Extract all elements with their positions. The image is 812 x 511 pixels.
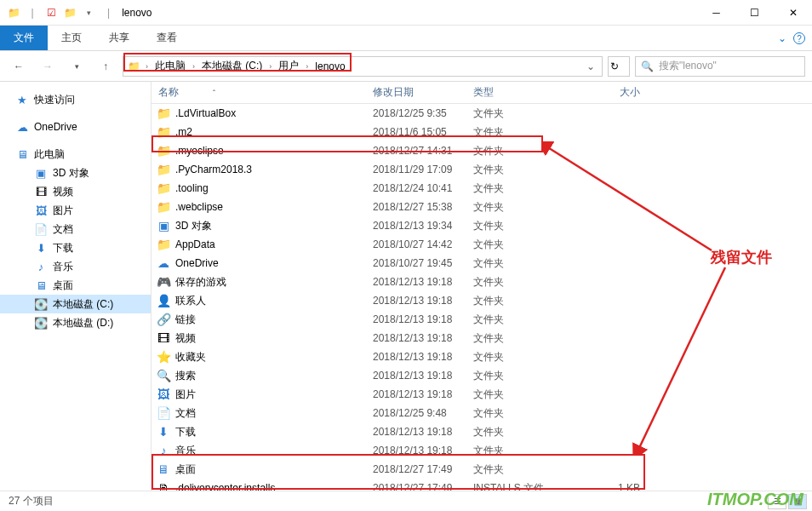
file-date: 2018/12/13 19:18 bbox=[373, 370, 473, 382]
file-row[interactable]: 📁.PyCharm2018.32018/11/29 17:09文件夹 bbox=[152, 160, 812, 179]
file-type: 文件夹 bbox=[473, 144, 579, 158]
new-folder-icon[interactable]: 📁 bbox=[61, 4, 78, 21]
sidebar-music[interactable]: ♪音乐 bbox=[0, 257, 151, 276]
sidebar-downloads[interactable]: ⬇下载 bbox=[0, 238, 151, 257]
file-row[interactable]: ⬇下载2018/12/13 19:18文件夹 bbox=[152, 422, 812, 441]
file-size: 1 KB bbox=[579, 482, 647, 491]
file-date: 2018/10/27 19:45 bbox=[373, 257, 473, 269]
tab-share[interactable]: 共享 bbox=[95, 26, 143, 50]
forward-button[interactable]: → bbox=[36, 55, 60, 78]
sidebar-3d-objects[interactable]: ▣3D 对象 bbox=[0, 164, 151, 182]
column-name[interactable]: 名称ˆ bbox=[155, 85, 373, 100]
file-row[interactable]: 🎞视频2018/12/13 19:18文件夹 bbox=[152, 329, 812, 347]
file-row[interactable]: 📁AppData2018/10/27 14:42文件夹 bbox=[152, 235, 812, 254]
breadcrumb-segment[interactable]: lenovo bbox=[310, 57, 350, 76]
tab-file[interactable]: 文件 bbox=[0, 26, 48, 50]
search-input[interactable]: 🔍 搜索"lenovo" bbox=[635, 56, 805, 77]
file-name: 链接 bbox=[172, 313, 373, 327]
file-row[interactable]: ☁OneDrive2018/10/27 19:45文件夹 bbox=[152, 254, 812, 273]
help-icon[interactable]: ? bbox=[793, 32, 805, 44]
sidebar-videos[interactable]: 🎞视频 bbox=[0, 182, 151, 201]
tab-view[interactable]: 查看 bbox=[143, 26, 191, 50]
file-row[interactable]: 🔗链接2018/12/13 19:18文件夹 bbox=[152, 310, 812, 329]
file-row[interactable]: 📁.myeclipse2018/12/27 14:31文件夹 bbox=[152, 141, 812, 160]
sidebar-desktop[interactable]: 🖥桌面 bbox=[0, 276, 151, 295]
file-name: .LdVirtualBox bbox=[172, 107, 373, 119]
cube-icon: ▣ bbox=[34, 166, 48, 180]
column-size[interactable]: 大小 bbox=[579, 85, 647, 100]
sidebar-onedrive[interactable]: ☁OneDrive bbox=[0, 118, 151, 136]
maximize-button[interactable]: ☐ bbox=[735, 0, 774, 26]
file-type: 文件夹 bbox=[473, 106, 579, 121]
window-title: lenovo bbox=[122, 7, 697, 19]
ribbon-expand[interactable]: ⌄ ? bbox=[778, 26, 805, 51]
file-name: .myeclipse bbox=[172, 145, 373, 157]
file-row[interactable]: ▣3D 对象2018/12/13 19:34文件夹 bbox=[152, 216, 812, 235]
file-type: 文件夹 bbox=[473, 350, 579, 365]
titlebar: 📁 | ☑ 📁 ▾ | lenovo ─ ☐ ✕ bbox=[0, 0, 812, 26]
view-icons-button[interactable]: ▦ bbox=[788, 494, 807, 509]
file-name: OneDrive bbox=[172, 257, 373, 269]
file-row[interactable]: 📁.webclipse2018/12/27 15:38文件夹 bbox=[152, 198, 812, 216]
column-date[interactable]: 修改日期 bbox=[373, 85, 473, 100]
document-icon: 📄 bbox=[34, 222, 48, 236]
file-row[interactable]: 📄文档2018/12/25 9:48文件夹 bbox=[152, 404, 812, 422]
file-name: 收藏夹 bbox=[172, 350, 373, 365]
navbar: ← → ▾ ↑ 📁 › 此电脑 › 本地磁盘 (C:) › 用户 › lenov… bbox=[0, 51, 812, 82]
file-row[interactable]: 🖥桌面2018/12/27 17:49文件夹 bbox=[152, 460, 812, 479]
file-row[interactable]: 📁.m22018/11/6 15:05文件夹 bbox=[152, 123, 812, 141]
file-row[interactable]: 🖼图片2018/12/13 19:18文件夹 bbox=[152, 385, 812, 404]
sidebar-drive-d[interactable]: 💽本地磁盘 (D:) bbox=[0, 313, 151, 332]
column-type[interactable]: 类型 bbox=[473, 85, 579, 100]
chevron-icon[interactable]: › bbox=[267, 62, 273, 71]
recent-dropdown[interactable]: ▾ bbox=[65, 55, 89, 78]
chevron-icon[interactable]: › bbox=[144, 62, 150, 71]
file-row[interactable]: 📁.LdVirtualBox2018/12/25 9:35文件夹 bbox=[152, 104, 812, 123]
breadcrumb-segment[interactable]: 此电脑 bbox=[150, 57, 191, 76]
file-icon: ☁ bbox=[155, 256, 172, 271]
file-type: 文件夹 bbox=[473, 125, 579, 140]
refresh-button[interactable]: ↻ bbox=[608, 56, 630, 77]
sidebar-pictures[interactable]: 🖼图片 bbox=[0, 201, 151, 220]
tab-home[interactable]: 主页 bbox=[48, 26, 95, 50]
qat-dropdown-icon[interactable]: ▾ bbox=[80, 4, 97, 21]
minimize-button[interactable]: ─ bbox=[697, 0, 735, 26]
sidebar-quick-access[interactable]: ★快速访问 bbox=[0, 90, 151, 109]
file-icon: 🎮 bbox=[155, 274, 172, 290]
file-row[interactable]: 🔍搜索2018/12/13 19:18文件夹 bbox=[152, 366, 812, 385]
breadcrumb-segment[interactable]: 本地磁盘 (C:) bbox=[197, 57, 267, 76]
view-details-button[interactable]: ☰ bbox=[768, 494, 786, 509]
file-row[interactable]: 🗎.deliverycenter.installs2018/12/27 17:4… bbox=[152, 479, 812, 491]
file-name: 联系人 bbox=[172, 294, 373, 308]
breadcrumb-segment[interactable]: 用户 bbox=[273, 57, 304, 76]
properties-icon[interactable]: ☑ bbox=[43, 4, 60, 21]
sidebar-documents[interactable]: 📄文档 bbox=[0, 220, 151, 238]
file-date: 2018/12/13 19:18 bbox=[373, 388, 473, 400]
file-row[interactable]: ♪音乐2018/12/13 19:18文件夹 bbox=[152, 441, 812, 460]
back-button[interactable]: ← bbox=[7, 55, 31, 78]
chevron-icon[interactable]: › bbox=[191, 62, 197, 71]
file-list: 名称ˆ 修改日期 类型 大小 📁.LdVirtualBox2018/12/25 … bbox=[152, 82, 812, 491]
address-bar[interactable]: 📁 › 此电脑 › 本地磁盘 (C:) › 用户 › lenovo ⌄ bbox=[123, 56, 603, 77]
file-row[interactable]: 👤联系人2018/12/13 19:18文件夹 bbox=[152, 291, 812, 310]
close-button[interactable]: ✕ bbox=[774, 0, 812, 26]
address-dropdown-icon[interactable]: ⌄ bbox=[581, 60, 600, 72]
file-row[interactable]: 📁.tooling2018/12/24 10:41文件夹 bbox=[152, 179, 812, 198]
file-row[interactable]: ⭐收藏夹2018/12/13 19:18文件夹 bbox=[152, 347, 812, 366]
statusbar: 27 个项目 ☰ ▦ bbox=[0, 491, 812, 511]
file-name: 视频 bbox=[172, 331, 373, 346]
address-folder-icon: 📁 bbox=[125, 58, 142, 75]
star-icon: ★ bbox=[15, 93, 29, 106]
file-date: 2018/12/27 15:38 bbox=[373, 201, 473, 213]
up-button[interactable]: ↑ bbox=[94, 55, 117, 78]
file-name: .PyCharm2018.3 bbox=[172, 164, 373, 175]
sidebar-this-pc[interactable]: 🖥此电脑 bbox=[0, 145, 151, 164]
chevron-icon[interactable]: › bbox=[304, 62, 310, 71]
file-type: 文件夹 bbox=[473, 331, 579, 346]
file-row[interactable]: 🎮保存的游戏2018/12/13 19:18文件夹 bbox=[152, 273, 812, 291]
file-type: 文件夹 bbox=[473, 444, 579, 458]
file-icon: 🔗 bbox=[155, 312, 172, 327]
sidebar-drive-c[interactable]: 💽本地磁盘 (C:) bbox=[0, 295, 151, 313]
file-type: 文件夹 bbox=[473, 369, 579, 383]
file-icon: 📄 bbox=[155, 405, 172, 421]
